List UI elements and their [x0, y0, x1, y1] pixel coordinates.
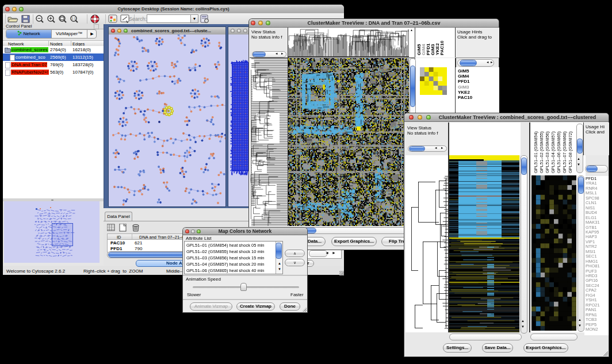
svg-text:1:1: 1:1	[72, 17, 76, 20]
